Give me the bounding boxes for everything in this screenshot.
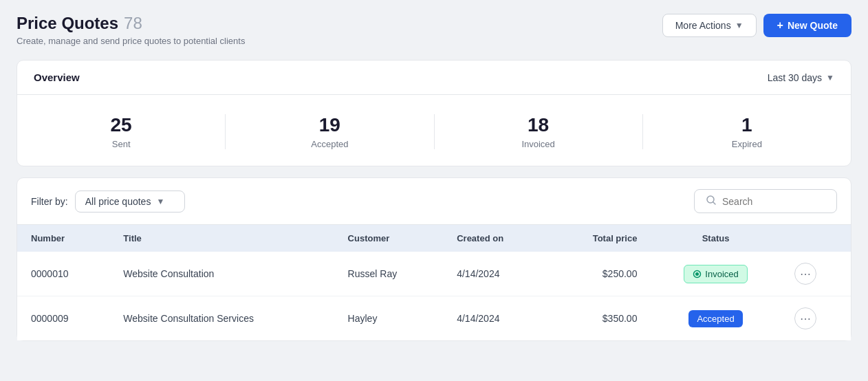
stat-accepted: 19 Accepted (226, 114, 434, 149)
page-title-area: Price Quotes 78 Create, manage and send … (17, 14, 245, 46)
row-title: Website Consultation (109, 252, 334, 296)
col-number: Number (17, 225, 109, 252)
overview-title: Overview (34, 72, 80, 83)
row-created-on: 4/14/2024 (443, 296, 548, 341)
overview-header: Overview Last 30 days ▼ (17, 61, 851, 95)
invoiced-dot (693, 270, 702, 279)
stat-sent-number: 25 (111, 114, 132, 136)
page-container: Price Quotes 78 Create, manage and send … (0, 0, 868, 381)
ellipsis-icon: ⋯ (800, 312, 811, 325)
col-total-price: Total price (549, 225, 651, 252)
col-customer: Customer (334, 225, 444, 252)
row-actions: ⋯ (781, 296, 851, 341)
col-actions (781, 225, 851, 252)
row-total-price: $350.00 (549, 296, 651, 341)
new-quote-button[interactable]: + New Quote (763, 14, 851, 37)
quotes-table: Number Title Customer Created on Total p… (17, 225, 851, 340)
filter-label: Filter by: (31, 196, 68, 207)
table-row: 0000009 Website Consultation Services Ha… (17, 296, 851, 341)
row-number: 0000010 (17, 252, 109, 296)
more-actions-button[interactable]: More Actions ▼ (662, 14, 757, 37)
col-created-on: Created on (443, 225, 548, 252)
svg-line-1 (713, 202, 715, 204)
chevron-down-icon: ▼ (735, 21, 744, 30)
stat-invoiced-number: 18 (528, 114, 549, 136)
stat-sent-label: Sent (112, 139, 131, 149)
accepted-label: Accepted (697, 314, 734, 324)
status-badge-invoiced: Invoiced (684, 265, 747, 283)
stat-accepted-label: Accepted (311, 139, 348, 149)
more-actions-label: More Actions (675, 20, 731, 31)
stat-expired: 1 Expired (643, 114, 851, 149)
row-action-menu-button[interactable]: ⋯ (794, 263, 816, 285)
page-subtitle: Create, manage and send price quotes to … (17, 36, 245, 46)
row-status: Accepted (651, 296, 780, 341)
row-customer: Russel Ray (334, 252, 444, 296)
col-status: Status (651, 225, 780, 252)
table-card: Filter by: All price quotes ▼ (17, 177, 851, 341)
row-number: 0000009 (17, 296, 109, 341)
new-quote-label: New Quote (788, 20, 838, 31)
chevron-down-icon: ▼ (156, 197, 164, 206)
table-container: Number Title Customer Created on Total p… (17, 225, 851, 340)
row-status: Invoiced (651, 252, 780, 296)
stat-expired-label: Expired (732, 139, 762, 149)
row-title: Website Consultation Services (109, 296, 334, 341)
search-input[interactable] (722, 196, 825, 207)
plus-icon: + (777, 19, 783, 32)
table-header-row: Number Title Customer Created on Total p… (17, 225, 851, 252)
page-title-count: 78 (124, 14, 142, 33)
date-filter-label: Last 30 days (768, 72, 822, 83)
filter-select-dropdown[interactable]: All price quotes ▼ (75, 190, 185, 213)
row-actions: ⋯ (781, 252, 851, 296)
chevron-down-icon: ▼ (826, 73, 834, 83)
page-header: Price Quotes 78 Create, manage and send … (17, 14, 851, 46)
overview-card: Overview Last 30 days ▼ 25 Sent 19 Accep… (17, 60, 851, 166)
col-title: Title (109, 225, 334, 252)
search-box[interactable] (694, 189, 837, 213)
stats-row: 25 Sent 19 Accepted 18 Invoiced 1 Expire… (17, 95, 851, 166)
page-title-text: Price Quotes (17, 14, 118, 33)
invoiced-label: Invoiced (705, 269, 738, 279)
row-action-menu-button[interactable]: ⋯ (794, 307, 816, 329)
stat-invoiced: 18 Invoiced (435, 114, 643, 149)
filter-bar: Filter by: All price quotes ▼ (17, 178, 851, 225)
search-icon (706, 195, 717, 208)
status-badge-accepted: Accepted (688, 310, 742, 327)
stat-invoiced-label: Invoiced (521, 139, 554, 149)
row-customer: Hayley (334, 296, 444, 341)
filter-select-value: All price quotes (85, 196, 151, 207)
filter-left: Filter by: All price quotes ▼ (31, 190, 185, 213)
ellipsis-icon: ⋯ (800, 268, 811, 281)
date-filter-button[interactable]: Last 30 days ▼ (768, 72, 834, 83)
page-title: Price Quotes 78 (17, 14, 245, 33)
row-created-on: 4/14/2024 (443, 252, 548, 296)
stat-sent: 25 Sent (17, 114, 226, 149)
stat-expired-number: 1 (741, 114, 752, 136)
header-actions: More Actions ▼ + New Quote (662, 14, 851, 37)
svg-point-3 (695, 272, 699, 276)
table-row: 0000010 Website Consultation Russel Ray … (17, 252, 851, 296)
row-total-price: $250.00 (549, 252, 651, 296)
stat-accepted-number: 19 (319, 114, 340, 136)
